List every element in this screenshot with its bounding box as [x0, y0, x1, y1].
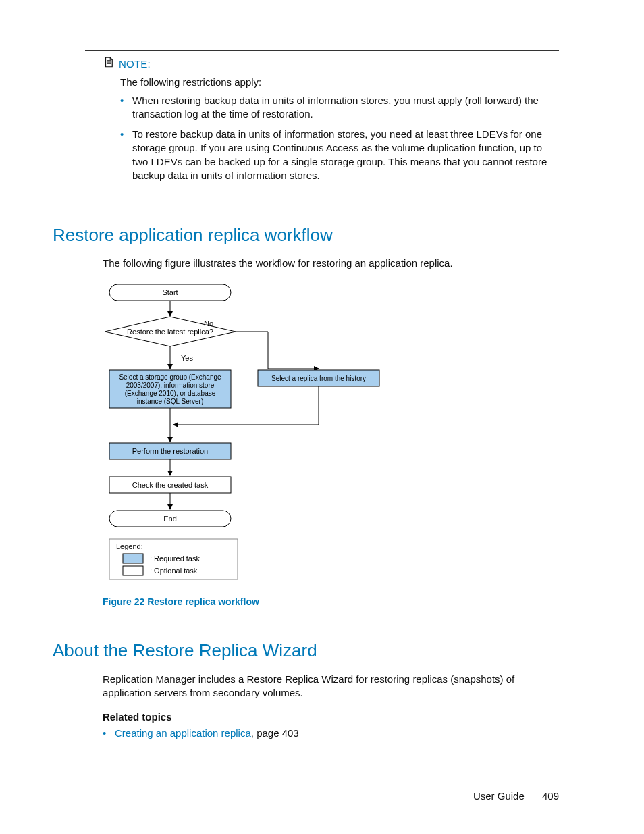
flow-no-label: No	[204, 319, 213, 328]
note-icon	[103, 56, 115, 72]
note-item: When restoring backup data in units of i…	[120, 94, 559, 122]
related-topic-link[interactable]: Creating an application replica	[115, 727, 251, 739]
flow-yes-label: Yes	[181, 354, 193, 362]
note-rule-bottom	[103, 192, 559, 192]
flow-perform: Perform the restoration	[132, 447, 209, 455]
related-topic-suffix: , page 403	[251, 727, 299, 739]
flow-end: End	[163, 515, 177, 523]
flow-start: Start	[162, 288, 178, 296]
flow-select-latest-l1: Select a storage group (Exchange	[119, 373, 221, 381]
figure-caption: Figure 22 Restore replica workflow	[103, 596, 559, 608]
note-item: To restore backup data in units of infor…	[120, 128, 559, 182]
flow-select-latest-l3: (Exchange 2010), or database	[125, 390, 216, 397]
legend-optional: : Optional task	[150, 567, 198, 575]
legend-required: : Required task	[150, 554, 200, 563]
page: NOTE: The following restrictions apply: …	[0, 0, 644, 834]
svg-rect-20	[123, 566, 143, 575]
flow-select-history: Select a replica from the history	[271, 375, 366, 382]
note-label: NOTE:	[119, 57, 151, 71]
footer-page-number: 409	[542, 790, 559, 802]
note-rule-top	[85, 50, 559, 51]
note-intro: The following restrictions apply:	[120, 76, 559, 89]
svg-rect-19	[123, 554, 143, 563]
flow-decision: Restore the latest replica?	[127, 328, 213, 336]
flowchart-figure: Start Restore the latest replica? Yes No…	[103, 281, 559, 588]
flow-select-latest-l4: instance (SQL Server)	[137, 398, 204, 405]
related-topics-heading: Related topics	[103, 710, 559, 724]
footer-label: User Guide	[473, 790, 525, 802]
section-intro: The following figure illustrates the wor…	[103, 257, 559, 270]
section-wizard-intro: Replication Manager includes a Restore R…	[103, 673, 559, 700]
flow-select-latest-l2: 2003/2007), information store	[126, 382, 215, 389]
page-footer: User Guide 409	[473, 789, 559, 803]
legend-title: Legend:	[116, 542, 143, 550]
related-topic-item: Creating an application replica, page 40…	[103, 727, 559, 740]
section-heading-workflow: Restore application replica workflow	[53, 224, 559, 247]
flow-check: Check the created task	[132, 481, 209, 489]
note-block: NOTE: The following restrictions apply: …	[103, 56, 559, 182]
section-heading-wizard: About the Restore Replica Wizard	[53, 639, 559, 662]
